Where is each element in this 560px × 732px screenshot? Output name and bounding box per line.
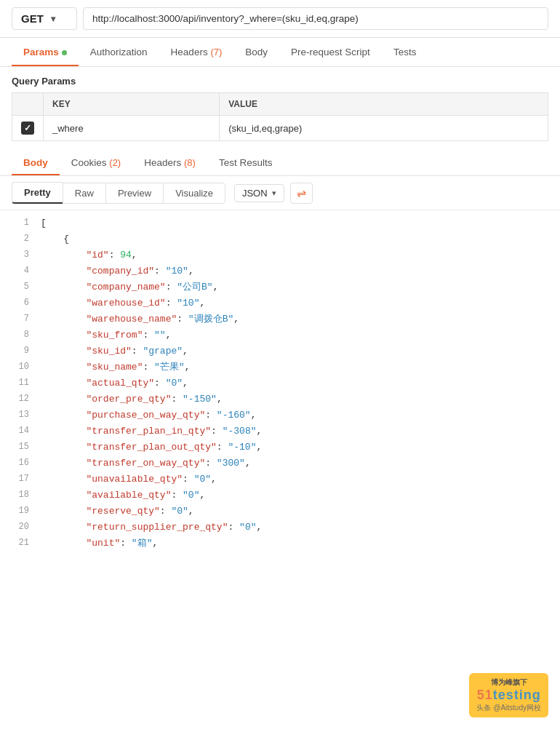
line-number: 21 — [0, 536, 35, 550]
code-line: 17 "unavailable_qty": "0", — [0, 472, 560, 488]
line-number: 11 — [0, 376, 35, 390]
line-content: "unavailable_qty": "0", — [35, 472, 560, 488]
line-number: 5 — [0, 280, 35, 294]
line-content: "transfer_plan_in_qty": "-308", — [35, 424, 560, 439]
line-content: "transfer_plan_out_qty": "-10", — [35, 440, 560, 455]
tab-headers[interactable]: Headers (7) — [159, 38, 234, 66]
line-content: "id": 94, — [35, 248, 560, 263]
line-number: 14 — [0, 424, 35, 438]
response-tab-nav: Body Cookies (2) Headers (8) Test Result… — [0, 150, 560, 176]
params-dot — [62, 50, 67, 55]
code-line: 1[ — [0, 216, 560, 232]
line-number: 20 — [0, 520, 35, 534]
watermark: 博为峰旗下 51testing 头条 @Aitstudy网校 — [469, 673, 548, 717]
line-content: "warehouse_name": "调拨仓B", — [35, 312, 560, 327]
line-content: "company_id": "10", — [35, 264, 560, 279]
code-line: 11 "actual_qty": "0", — [0, 376, 560, 392]
code-line: 8 "sku_from": "", — [0, 328, 560, 344]
url-input[interactable] — [83, 7, 548, 30]
code-line: 14 "transfer_plan_in_qty": "-308", — [0, 424, 560, 440]
col-key: KEY — [44, 93, 220, 116]
code-line: 7 "warehouse_name": "调拨仓B", — [0, 312, 560, 328]
line-content: "reserve_qty": "0", — [35, 504, 560, 520]
wrap-button[interactable]: ⇌ — [290, 183, 313, 204]
line-content: { — [35, 232, 560, 247]
line-number: 16 — [0, 456, 35, 470]
wrap-icon: ⇌ — [297, 186, 306, 200]
request-tab-nav: Params Authorization Headers (7) Body Pr… — [0, 38, 560, 67]
request-bar: GET ▾ — [0, 0, 560, 38]
row-value[interactable]: (sku_id,eq,grape) — [220, 116, 548, 141]
line-content: "sku_from": "", — [35, 328, 560, 343]
row-checkbox-cell[interactable] — [12, 116, 44, 141]
format-type-label: JSON — [242, 188, 268, 199]
line-number: 9 — [0, 344, 35, 358]
code-line: 12 "order_pre_qty": "-150", — [0, 392, 560, 408]
response-tab-headers[interactable]: Headers (8) — [132, 150, 207, 175]
line-number: 7 — [0, 312, 35, 326]
line-number: 15 — [0, 440, 35, 454]
format-type-chevron-icon: ▾ — [272, 188, 276, 198]
tab-pre-request-script[interactable]: Pre-request Script — [279, 38, 382, 66]
line-content: "available_qty": "0", — [35, 488, 560, 504]
line-content: "purchase_on_way_qty": "-160", — [35, 408, 560, 423]
line-number: 4 — [0, 264, 35, 278]
code-line: 10 "sku_name": "芒果", — [0, 360, 560, 376]
response-tab-test-results[interactable]: Test Results — [207, 150, 284, 175]
format-btn-pretty[interactable]: Pretty — [12, 182, 63, 204]
format-type-select[interactable]: JSON ▾ — [234, 184, 284, 202]
line-number: 19 — [0, 504, 35, 518]
response-body: Pretty Raw Preview Visualize JSON ▾ ⇌ 1[… — [0, 176, 560, 558]
code-line: 20 "return_supplier_pre_qty": "0", — [0, 520, 560, 536]
tab-params[interactable]: Params — [12, 38, 79, 66]
line-content: [ — [35, 216, 560, 231]
col-checkbox — [12, 93, 44, 116]
line-number: 6 — [0, 296, 35, 310]
tab-authorization[interactable]: Authorization — [79, 38, 159, 66]
line-content: "transfer_on_way_qty": "300", — [35, 456, 560, 472]
line-content: "warehouse_id": "10", — [35, 296, 560, 311]
row-key[interactable]: _where — [44, 116, 220, 141]
line-number: 2 — [0, 232, 35, 246]
line-content: "sku_name": "芒果", — [35, 360, 560, 375]
query-params-title: Query Params — [12, 76, 548, 87]
format-btn-visualize[interactable]: Visualize — [163, 183, 225, 204]
table-row: _where (sku_id,eq,grape) — [12, 116, 548, 141]
line-content: "unit": "箱", — [35, 536, 560, 552]
response-tab-body[interactable]: Body — [12, 150, 60, 175]
format-btn-raw[interactable]: Raw — [63, 183, 105, 204]
format-toolbar: Pretty Raw Preview Visualize JSON ▾ ⇌ — [0, 176, 560, 210]
line-content: "company_name": "公司B", — [35, 280, 560, 295]
code-line: 4 "company_id": "10", — [0, 264, 560, 280]
code-line: 18 "available_qty": "0", — [0, 488, 560, 504]
tab-body[interactable]: Body — [233, 38, 279, 66]
line-number: 3 — [0, 248, 35, 262]
line-content: "return_supplier_pre_qty": "0", — [35, 520, 560, 536]
code-line: 6 "warehouse_id": "10", — [0, 296, 560, 312]
resp-headers-badge: (8) — [184, 157, 196, 168]
headers-badge: (7) — [210, 47, 222, 57]
response-tab-cookies[interactable]: Cookies (2) — [60, 150, 132, 175]
code-line: 19 "reserve_qty": "0", — [0, 504, 560, 520]
code-line: 13 "purchase_on_way_qty": "-160", — [0, 408, 560, 424]
code-line: 15 "transfer_plan_out_qty": "-10", — [0, 440, 560, 456]
code-line: 5 "company_name": "公司B", — [0, 280, 560, 296]
line-number: 13 — [0, 408, 35, 422]
method-chevron-icon: ▾ — [51, 14, 55, 24]
cookies-badge: (2) — [109, 157, 121, 168]
code-line: 3 "id": 94, — [0, 248, 560, 264]
col-value: VALUE — [220, 93, 548, 116]
line-number: 12 — [0, 392, 35, 406]
format-btn-preview[interactable]: Preview — [105, 183, 163, 204]
code-line: 16 "transfer_on_way_qty": "300", — [0, 456, 560, 472]
code-line: 21 "unit": "箱", — [0, 536, 560, 552]
line-number: 1 — [0, 216, 35, 230]
row-checkbox[interactable] — [21, 122, 34, 135]
line-number: 18 — [0, 488, 35, 502]
tab-tests[interactable]: Tests — [382, 38, 428, 66]
line-content: "sku_id": "grape", — [35, 344, 560, 359]
line-number: 10 — [0, 360, 35, 374]
params-table: KEY VALUE _where (sku_id,eq,grape) — [12, 92, 548, 141]
method-select[interactable]: GET ▾ — [12, 7, 77, 30]
line-content: "actual_qty": "0", — [35, 376, 560, 391]
